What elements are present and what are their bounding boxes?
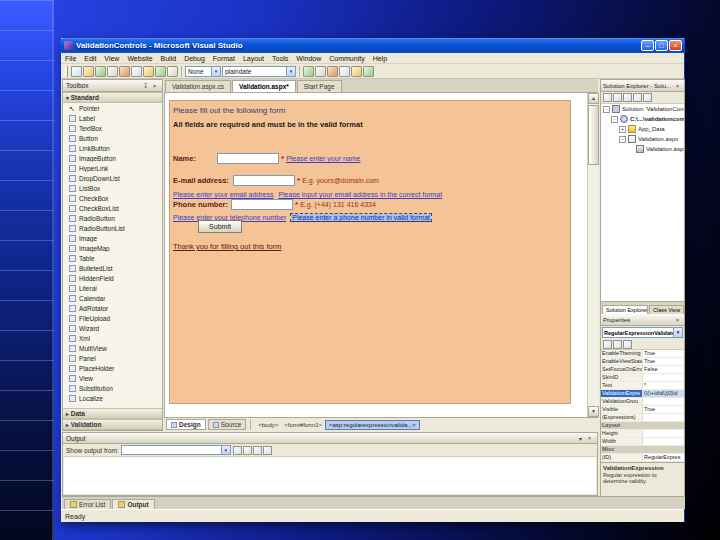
toolbox-item-image[interactable]: Image [63,233,162,243]
scroll-down-icon[interactable]: ▼ [588,406,599,417]
properties-window-icon[interactable] [327,66,338,77]
tab-solution-explorer[interactable]: Solution Explorer [602,305,648,314]
toolbox-item-calendar[interactable]: Calendar [63,293,162,303]
property-row-validationexpre[interactable]: ValidationExpre(\(\+\d\d\)|0)\d [601,390,684,398]
property-row-layout[interactable]: Layout [601,422,684,430]
properties-object-selector[interactable]: RegularExpressionValidator1 S ▾ [602,327,683,338]
toolbox-section-validation[interactable]: ▸ Validation [63,419,162,430]
property-row-enableviewstate[interactable]: EnableViewStateTrue [601,358,684,366]
font-name-combo[interactable]: plaindate ▾ [222,66,296,77]
phone-format-validator-selected[interactable]: Please enter a phone number in valid for… [291,214,431,221]
name-validator[interactable]: Please enter your name [286,155,360,162]
property-row-visible[interactable]: VisibleTrue [601,406,684,414]
toolbox-item-hiddenfield[interactable]: HiddenField [63,273,162,283]
menu-item-file[interactable]: File [61,55,80,62]
toolbox-item-substitution[interactable]: Substitution [63,383,162,393]
toolbox-item-checkbox[interactable]: CheckBox [63,193,162,203]
close-icon[interactable]: × [585,435,594,441]
property-row-setfocusonerror[interactable]: SetFocusOnErrorFalse [601,366,684,374]
property-row-misc[interactable]: Misc [601,446,684,454]
minimize-button[interactable]: – [641,40,654,51]
start-debugging-icon[interactable] [303,66,314,77]
save-all-icon[interactable] [107,66,118,77]
expander-icon[interactable]: - [603,106,610,113]
toolbox-item-xml[interactable]: Xml [63,333,162,343]
toggle-word-wrap-icon[interactable] [243,446,252,455]
menu-item-build[interactable]: Build [157,55,181,62]
toolbox-item-checkboxlist[interactable]: CheckBoxList [63,203,162,213]
tab-validation-aspx[interactable]: Validation.aspx* [232,80,296,92]
toolbox-item-dropdownlist[interactable]: DropDownList [63,173,162,183]
tag-body[interactable]: <body> [255,421,281,429]
property-row-height[interactable]: Height [601,430,684,438]
tab-validation-aspx-cs[interactable]: Validation.aspx.cs [165,80,231,92]
toolbox-item-label[interactable]: Label [63,113,162,123]
view-designer-icon[interactable] [643,93,652,102]
tag-form-form1[interactable]: <form#form1> [281,421,325,429]
toolbox-item-bulletedlist[interactable]: BulletedList [63,263,162,273]
close-icon[interactable]: × [673,317,682,323]
toolbox-item-literal[interactable]: Literal [63,283,162,293]
email-format-validator[interactable]: Please input your email address in the c… [278,191,442,198]
property-row-skinid[interactable]: SkinID [601,374,684,382]
tree-item-solution-validationcontrols-1[interactable]: -Solution 'ValidationControls' (1 [601,104,684,114]
menu-item-community[interactable]: Community [325,55,368,62]
output-source-combo[interactable]: ▾ [121,445,231,455]
menu-item-layout[interactable]: Layout [239,55,268,62]
property-row-id[interactable]: (ID)RegularExpres [601,454,684,462]
toolbox-item-linkbutton[interactable]: LinkButton [63,143,162,153]
design-surface[interactable]: Please fill out the following form All f… [164,93,587,417]
property-row-text[interactable]: Text* [601,382,684,390]
source-view-button[interactable]: Source [208,419,247,430]
scrollbar-thumb[interactable] [588,105,599,165]
tab-start-page[interactable]: Start Page [297,80,342,92]
menu-item-help[interactable]: Help [369,55,391,62]
toolbox-item-wizard[interactable]: Wizard [63,323,162,333]
undo-icon[interactable] [155,66,166,77]
block-format-combo[interactable]: None ▾ [185,66,221,77]
toolbox-section-data[interactable]: ▸ Data [63,408,162,419]
toolbox-item-panel[interactable]: Panel [63,353,162,363]
tab-class-view[interactable]: Class View [649,305,684,314]
menu-item-tools[interactable]: Tools [268,55,292,62]
menu-item-edit[interactable]: Edit [80,55,100,62]
toolbox-item-view[interactable]: View [63,373,162,383]
property-row-width[interactable]: Width [601,438,684,446]
view-code-icon[interactable] [633,93,642,102]
toolbox-item-adrotator[interactable]: AdRotator [63,303,162,313]
tree-item-validation-aspx[interactable]: -Validation.aspx [601,134,684,144]
menu-item-window[interactable]: Window [292,55,325,62]
toolbox-section-standard[interactable]: ▾ Standard [63,92,162,103]
new-file-icon[interactable] [71,66,82,77]
error-list-icon[interactable] [351,66,362,77]
tab-error-list[interactable]: Error List [64,499,111,509]
toolbox-item-fileupload[interactable]: FileUpload [63,313,162,323]
menu-item-format[interactable]: Format [209,55,239,62]
toolbox-item-localize[interactable]: Localize [63,393,162,403]
email-input[interactable] [233,175,295,186]
copy-icon[interactable] [131,66,142,77]
maximize-button[interactable]: □ [655,40,668,51]
save-icon[interactable] [95,66,106,77]
nest-related-files-icon[interactable] [623,93,632,102]
phone-input[interactable] [231,199,293,210]
solution-explorer-icon[interactable] [315,66,326,77]
close-icon[interactable]: × [673,83,682,89]
menu-item-view[interactable]: View [100,55,123,62]
tree-item-validation-aspx-cs[interactable]: Validation.aspx.cs [601,144,684,154]
design-view-button[interactable]: Design [166,419,206,430]
clear-all-icon[interactable] [233,446,242,455]
categorized-icon[interactable] [603,340,612,349]
close-icon[interactable]: × [150,83,159,89]
toolbox-item-radiobutton[interactable]: RadioButton [63,213,162,223]
tree-item-c-validationcontrols[interactable]: -C:\...\validationcontrols\ [601,114,684,124]
open-file-icon[interactable] [83,66,94,77]
menu-item-debug[interactable]: Debug [180,55,209,62]
toolbox-item-listbox[interactable]: ListBox [63,183,162,193]
tag-asp-regularexpressionvalida[interactable]: <asp:regularexpressionvalida...> [325,420,420,430]
name-input[interactable] [217,153,279,164]
tree-item-app-data[interactable]: +App_Data [601,124,684,134]
cut-icon[interactable] [119,66,130,77]
expander-icon[interactable]: - [611,116,618,123]
toolbox-item-multiview[interactable]: MultiView [63,343,162,353]
